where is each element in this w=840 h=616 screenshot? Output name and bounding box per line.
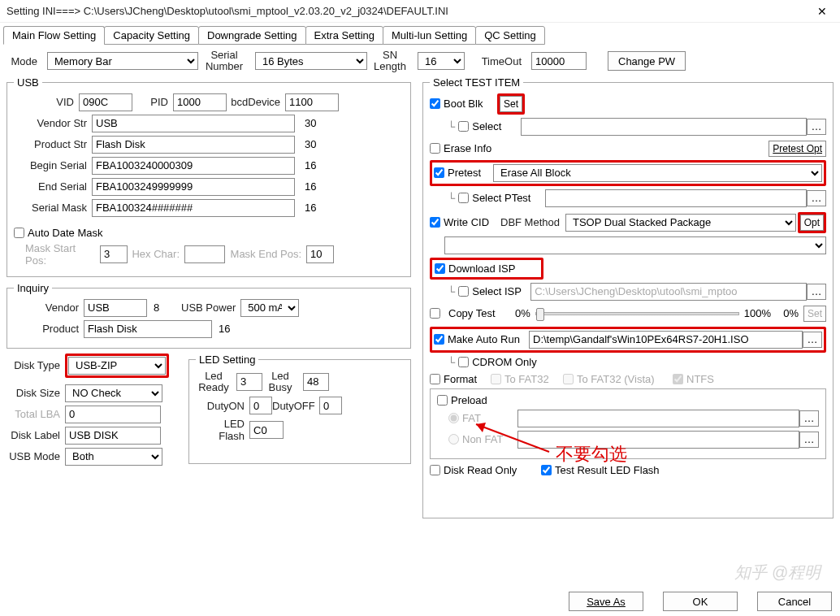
serial-mask-max: 16 [305,202,316,214]
end-serial-max: 16 [305,180,316,193]
close-icon[interactable]: ✕ [811,5,834,18]
dutyon-input[interactable] [249,397,272,414]
select-checkbox[interactable] [458,121,469,132]
opt-button[interactable]: Opt [800,215,824,231]
timeout-input[interactable] [531,52,587,70]
tab-downgrade[interactable]: Downgrade Setting [198,26,306,45]
write-cid-checkbox[interactable] [430,217,440,228]
dutyoff-input[interactable] [319,397,342,414]
cdrom-only-checkbox[interactable] [458,357,469,367]
product-str-input[interactable] [92,136,295,154]
preload-label: Preload [451,394,487,406]
timeout-label: TimeOut [470,55,526,67]
select-ptest-label: Select PTest [472,192,545,204]
tab-main-flow[interactable]: Main Flow Setting [3,26,105,45]
usb-power-select[interactable]: 500 mA [240,299,299,317]
bcd-input[interactable] [285,93,339,111]
disk-ro-label: Disk Read Only [444,464,541,476]
mode-select[interactable]: Memory Bar [47,52,198,70]
cancel-button[interactable]: Cancel [757,592,832,611]
window-title: Setting INI===> C:\Users\JCheng\Desktop\… [6,5,811,17]
inq-product-input[interactable] [84,320,212,338]
bcd-label: bcdDevice [227,96,285,108]
tab-qc[interactable]: QC Setting [475,26,545,45]
fat-path-input [517,410,799,427]
pid-input[interactable] [173,93,227,111]
pct-0: 0% [515,307,530,319]
usb-mode-select[interactable]: Both [65,448,162,466]
select-browse-button[interactable]: … [807,119,826,135]
led-legend: LED Setting [196,354,258,366]
fat32v-checkbox [563,374,574,384]
mask-end-label: Mask End Pos: [225,248,306,260]
mode-label: Mode [6,55,42,67]
product-str-max: 30 [305,138,316,150]
autorun-browse-button[interactable]: … [803,332,822,348]
format-checkbox[interactable] [430,374,440,384]
end-serial-input[interactable] [92,178,295,196]
mask-start-input [100,245,128,263]
pct-100: 100% [744,307,771,319]
inq-vendor-input[interactable] [84,299,147,317]
set-button[interactable]: Set [500,96,522,112]
fat32-label: To FAT32 [504,373,563,385]
download-isp-checkbox[interactable] [435,263,445,274]
pretest-checkbox[interactable] [434,167,444,178]
select-ptest-checkbox[interactable] [458,193,469,203]
select-ptest-browse[interactable]: … [807,190,826,206]
save-as-button[interactable]: Save As [569,592,643,611]
select-label: Select [472,120,521,132]
usb-fieldset: USB VID PID bcdDevice Vendor Str30 Produ… [6,76,411,277]
nonfat-radio [448,434,459,445]
autorun-checkbox[interactable] [434,334,444,345]
change-pw-button[interactable]: Change PW [608,51,686,71]
disk-size-select[interactable]: NO Check [65,384,162,402]
select-path-input[interactable] [521,118,807,136]
nonfat-browse[interactable]: … [799,432,819,448]
boot-blk-checkbox[interactable] [430,98,440,109]
disk-ro-checkbox[interactable] [430,465,440,475]
nonfat-path-input [517,431,799,449]
autorun-path-input[interactable] [529,331,803,349]
vid-label: VID [14,96,79,108]
tab-capacity[interactable]: Capacity Setting [104,26,199,45]
auto-date-mask-checkbox[interactable] [14,228,24,238]
serial-number-select[interactable]: 16 Bytes [255,52,367,70]
usb-power-label: USB Power [159,301,240,314]
pretest-opt-button[interactable]: Pretest Opt [769,141,826,157]
preload-checkbox[interactable] [437,395,448,406]
dbf-select[interactable]: TSOP Dual Stacked Package [565,214,796,232]
disk-type-select[interactable]: USB-ZIP [68,357,166,375]
inquiry-legend: Inquiry [14,282,52,294]
select-ptest-input[interactable] [545,189,807,207]
test-result-led-checkbox[interactable] [541,465,552,475]
isp-browse-button[interactable]: … [807,284,826,300]
sn-length-select[interactable]: 16 [418,52,465,70]
tab-extra[interactable]: Extra Setting [305,26,383,45]
tab-multilun[interactable]: Multi-lun Setting [383,26,476,45]
vendor-str-max: 30 [305,117,316,129]
begin-serial-label: Begin Serial [14,159,92,171]
led-flash-input[interactable] [249,421,284,439]
begin-serial-input[interactable] [92,157,295,175]
copy-test-checkbox[interactable] [430,308,440,319]
ok-button[interactable]: OK [663,592,738,611]
select-isp-checkbox[interactable] [458,286,469,297]
boot-blk-label: Boot Blk [444,98,497,110]
cid-sub-select[interactable] [444,236,826,254]
disk-label-input[interactable] [65,427,161,445]
pretest-select[interactable]: Erase All Block [493,164,822,182]
fat-browse[interactable]: … [799,410,819,427]
led-ready-input[interactable] [236,373,262,391]
usb-legend: USB [14,76,42,89]
vid-input[interactable] [79,93,132,111]
erase-info-checkbox[interactable] [430,143,440,154]
fat32v-label: To FAT32 (Vista) [577,373,673,385]
copy-test-slider[interactable] [535,312,739,315]
led-busy-input[interactable] [303,373,329,391]
vendor-str-input[interactable] [92,115,295,132]
end-serial-label: End Serial [14,180,92,193]
inq-vendor-label: Vendor [14,301,84,314]
serial-mask-input[interactable] [92,199,295,217]
serial-mask-label: Serial Mask [14,202,92,214]
